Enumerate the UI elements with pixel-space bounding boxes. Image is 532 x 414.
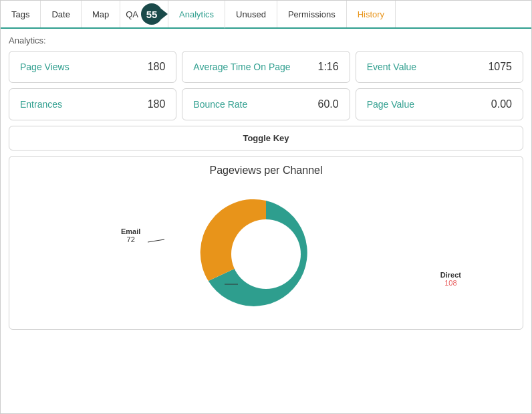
main-container: Tags Date Map QA 55 Analytics Unused Per… [0, 0, 532, 414]
svg-point-0 [231, 219, 301, 289]
tab-tags[interactable]: Tags [1, 1, 41, 27]
tab-date[interactable]: Date [41, 1, 81, 27]
metric-bounce-rate-value: 60.0 [318, 98, 339, 110]
direct-label-name: Direct [440, 271, 461, 279]
tab-permissions[interactable]: Permissions [277, 1, 347, 27]
email-label-name: Email [121, 227, 140, 235]
tab-unused[interactable]: Unused [225, 1, 277, 27]
metric-entrances-label: Entrances [20, 99, 62, 110]
content-area: Analytics: Page Views 180 Average Time O… [1, 29, 531, 413]
chart-container: Email 72 Direct 108 [17, 187, 515, 321]
metric-bounce-rate: Bounce Rate 60.0 [182, 88, 350, 120]
metric-avg-time: Average Time On Page 1:16 [182, 51, 350, 83]
metric-bounce-rate-label: Bounce Rate [193, 99, 247, 110]
metric-page-views-label: Page Views [20, 62, 70, 72]
tab-history[interactable]: History [347, 1, 396, 27]
svg-line-1 [148, 239, 164, 242]
metric-page-value-label: Page Value [367, 99, 414, 110]
qa-badge: 55 [141, 3, 162, 25]
metric-event-value: Event Value 1075 [356, 51, 523, 83]
tab-qa-label: QA [126, 9, 138, 19]
direct-label: Direct 108 [440, 271, 461, 287]
metric-avg-time-value: 1:16 [318, 61, 339, 73]
tab-map[interactable]: Map [82, 1, 120, 27]
metric-event-value-label: Event Value [367, 62, 416, 72]
metric-page-value-value: 0.00 [491, 98, 512, 110]
metric-page-views-value: 180 [148, 61, 166, 73]
metric-page-views: Page Views 180 [9, 51, 176, 83]
email-label: Email 72 [121, 227, 140, 243]
tab-analytics[interactable]: Analytics [168, 1, 225, 29]
toggle-key-button[interactable]: Toggle Key [9, 126, 523, 150]
metric-entrances-value: 180 [148, 98, 166, 110]
direct-label-value: 108 [440, 279, 461, 287]
metric-page-value: Page Value 0.00 [356, 88, 523, 120]
donut-chart [199, 187, 333, 321]
section-label: Analytics: [9, 35, 523, 45]
metric-entrances: Entrances 180 [9, 88, 176, 120]
chart-section: Pageviews per Channel [9, 156, 523, 330]
tab-bar: Tags Date Map QA 55 Analytics Unused Per… [1, 1, 531, 29]
chart-title: Pageviews per Channel [17, 165, 515, 177]
metrics-grid: Page Views 180 Average Time On Page 1:16… [9, 51, 523, 120]
toggle-key-wrap: Toggle Key [9, 126, 523, 150]
tab-qa[interactable]: QA 55 [120, 1, 168, 27]
metric-avg-time-label: Average Time On Page [193, 62, 290, 72]
email-label-value: 72 [121, 235, 140, 243]
metric-event-value-value: 1075 [488, 61, 512, 73]
